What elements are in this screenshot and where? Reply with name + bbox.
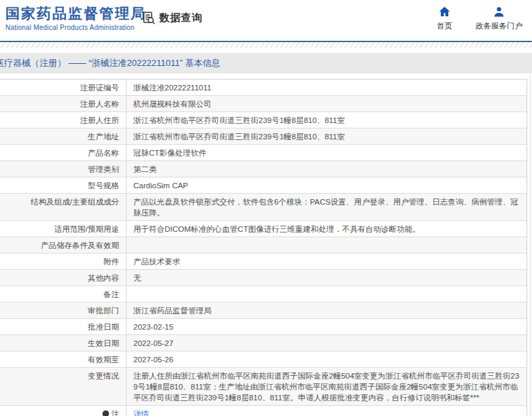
table-row: 附件产品技术要求 (0, 254, 527, 270)
table-row: 产品名称冠脉CT影像处理软件 (0, 145, 527, 161)
row-value: 用于符合DICOM标准的心血管CT图像进行三维重建和处理，不具有自动诊断功能。 (127, 221, 527, 237)
table-row: 生效日期2022-05-27 (0, 335, 527, 351)
table-row: 结构及组成/主要组成成分产品以光盘及软件锁形式交付，软件包含6个模块：PACS设… (0, 194, 527, 221)
row-label: 产品储存条件及有效期 (0, 237, 127, 253)
data-query-tab[interactable]: 数据查询 (142, 11, 203, 25)
row-label: 适用范围/预期用途 (0, 221, 127, 237)
nav-home[interactable]: 首页 (437, 5, 452, 31)
table-row: 注册人名称杭州晟视科技有限公司 (0, 96, 527, 112)
spacer (0, 73, 532, 79)
row-value: 浙械注准20222211011 (127, 80, 527, 95)
row-value: 2022-05-27 (127, 335, 527, 351)
row-value: 浙江省药品监督管理局 (127, 302, 527, 318)
table-row: 备注 (0, 286, 527, 302)
row-label: 批准日期 (0, 319, 127, 334)
table-row: 变更情况注册人住所由浙江省杭州市临平区南苑街道西子国际金座2幢504室变更为浙江… (0, 368, 527, 406)
row-label: 管理类别 (0, 161, 127, 177)
row-label: 有效期至 (0, 351, 127, 367)
breadcrumb: 医疗器械（注册） —— “浙械注准20222211011” 基本信息 (0, 57, 220, 69)
detail-link[interactable]: 详情 (133, 410, 149, 416)
table-row: 注册人住所浙江省杭州市临平区乔司街道三胜街239号1幢8层810、811室 (0, 112, 527, 128)
table-row: 有效期至2027-05-26 (0, 351, 527, 368)
info-table: 注册证编号浙械注准20222211011注册人名称杭州晟视科技有限公司注册人住所… (0, 79, 527, 416)
user-icon (493, 5, 505, 18)
spacer (0, 48, 532, 53)
table-row: 审批部门浙江省药品监督管理局 (0, 302, 527, 319)
row-value: 冠脉CT影像处理软件 (127, 145, 527, 160)
row-label: 注册人住所 (0, 112, 127, 128)
table-row: 生产地址浙江省杭州市临平区乔司街道三胜街239号1幢8层810、811室 (0, 128, 527, 145)
hatch-band (0, 42, 532, 48)
nav-portal[interactable]: 政务服务门户 (476, 5, 522, 31)
table-row: 注册证编号浙械注准20222211011 (0, 80, 527, 96)
data-query-label: 数据查询 (159, 12, 203, 24)
row-label: 注册人名称 (0, 96, 127, 111)
row-value: 注册人住所由浙江省杭州市临平区南苑街道西子国际金座2幢504室变更为浙江省杭州市… (127, 368, 527, 405)
row-label: 变更情况 (0, 368, 127, 405)
row-value: 详情 (127, 406, 527, 416)
page: 国家药品监督管理局 National Medical Products Admi… (0, 0, 532, 416)
row-label: 附件 (0, 254, 127, 269)
row-label: 生产地址 (0, 128, 127, 144)
table-row: 批准日期2023-02-15 (0, 319, 527, 335)
row-label: 生效日期 (0, 335, 127, 351)
row-value: 产品以光盘及软件锁形式交付，软件包含6个模块：PACS设置、用户登录、用户管理、… (127, 194, 527, 220)
row-label: 其他内容 (0, 270, 127, 285)
document-search-icon (142, 11, 156, 25)
table-row: 型号规格CardioSim CAP (0, 177, 527, 194)
row-label: 注 (0, 406, 127, 416)
breadcrumb-bar: 医疗器械（注册） —— “浙械注准20222211011” 基本信息 (0, 53, 532, 73)
note-icon (102, 410, 110, 416)
scrollbar-track[interactable] (530, 75, 531, 416)
row-value (127, 237, 527, 253)
row-label: 型号规格 (0, 177, 127, 193)
table-row: 管理类别第二类 (0, 161, 527, 177)
row-value: 浙江省杭州市临平区乔司街道三胜街239号1幢8层810、811室 (127, 128, 527, 144)
table-row: 其他内容无 (0, 270, 527, 286)
row-value: 2023-02-15 (127, 319, 527, 334)
table-row: 适用范围/预期用途用于符合DICOM标准的心血管CT图像进行三维重建和处理，不具… (0, 221, 527, 237)
row-label: 审批部门 (0, 302, 127, 318)
info-table-body: 注册证编号浙械注准20222211011注册人名称杭州晟视科技有限公司注册人住所… (0, 80, 527, 416)
row-value (127, 286, 527, 302)
nav-home-label: 首页 (437, 21, 452, 31)
row-label: 产品名称 (0, 145, 127, 160)
site-header: 国家药品监督管理局 National Medical Products Admi… (0, 0, 532, 41)
row-value: 浙江省杭州市临平区乔司街道三胜街239号1幢8层810、811室 (127, 112, 527, 128)
nmpa-logo[interactable]: 国家药品监督管理局 National Medical Products Admi… (5, 5, 146, 31)
row-value: CardioSim CAP (127, 177, 527, 193)
row-value: 第二类 (127, 161, 527, 177)
row-label: 结构及组成/主要组成成分 (0, 194, 127, 220)
table-row: 注详情 (0, 406, 527, 416)
row-label: 备注 (0, 286, 127, 302)
home-icon (439, 5, 450, 18)
logo-subtitle: National Medical Products Administration (5, 24, 146, 31)
row-value: 产品技术要求 (127, 254, 527, 269)
top-nav: 首页 政务服务门户 (437, 5, 522, 31)
row-value: 杭州晟视科技有限公司 (127, 96, 527, 111)
nav-portal-label: 政务服务门户 (476, 21, 522, 31)
logo-title: 国家药品监督管理局 (5, 5, 146, 22)
row-value: 2027-05-26 (127, 351, 527, 367)
table-row: 产品储存条件及有效期 (0, 237, 527, 254)
row-value: 无 (127, 270, 527, 285)
row-label: 注册证编号 (0, 80, 127, 95)
